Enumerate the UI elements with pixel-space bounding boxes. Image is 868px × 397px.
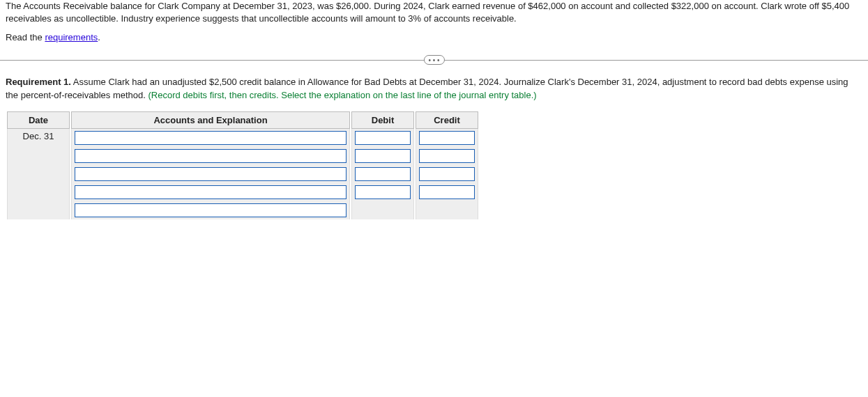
table-row [7, 183, 478, 201]
accounts-input-4[interactable] [75, 185, 347, 199]
requirements-link[interactable]: requirements [45, 32, 98, 42]
requirement-1-instruction: (Record debits first, then credits. Sele… [149, 90, 537, 100]
expand-pill[interactable]: • • • [423, 55, 444, 65]
section-divider: • • • [0, 54, 868, 66]
debit-input-3[interactable] [355, 167, 411, 181]
credit-input-4[interactable] [419, 185, 475, 199]
accounts-input-1[interactable] [75, 131, 347, 145]
debit-blank [351, 201, 414, 219]
read-requirements-line: Read the requirements. [0, 28, 868, 54]
problem-statement: The Accounts Receivable balance for Clar… [0, 0, 868, 28]
date-cell-empty [7, 201, 70, 219]
header-date: Date [7, 111, 70, 129]
debit-input-2[interactable] [355, 149, 411, 163]
journal-entry-table: Date Accounts and Explanation Debit Cred… [6, 111, 480, 219]
table-row [7, 201, 478, 219]
date-cell-empty [7, 183, 70, 201]
debit-input-4[interactable] [355, 185, 411, 199]
table-row [7, 147, 478, 165]
explanation-input[interactable] [75, 203, 347, 217]
requirement-1-label: Requirement 1. [6, 77, 71, 87]
header-debit: Debit [351, 111, 414, 129]
header-accounts: Accounts and Explanation [71, 111, 350, 129]
table-row [7, 165, 478, 183]
header-credit: Credit [416, 111, 478, 129]
table-header-row: Date Accounts and Explanation Debit Cred… [7, 111, 478, 129]
date-cell: Dec. 31 [7, 129, 70, 147]
accounts-input-2[interactable] [75, 149, 347, 163]
credit-input-3[interactable] [419, 167, 475, 181]
read-prefix: Read the [6, 32, 45, 42]
read-suffix: . [98, 32, 100, 42]
debit-input-1[interactable] [355, 131, 411, 145]
requirement-1-block: Requirement 1. Assume Clark had an unadj… [0, 76, 868, 107]
accounts-input-3[interactable] [75, 167, 347, 181]
credit-input-1[interactable] [419, 131, 475, 145]
credit-input-2[interactable] [419, 149, 475, 163]
table-row: Dec. 31 [7, 129, 478, 147]
date-cell-empty [7, 147, 70, 165]
date-cell-empty [7, 165, 70, 183]
credit-blank [416, 201, 478, 219]
